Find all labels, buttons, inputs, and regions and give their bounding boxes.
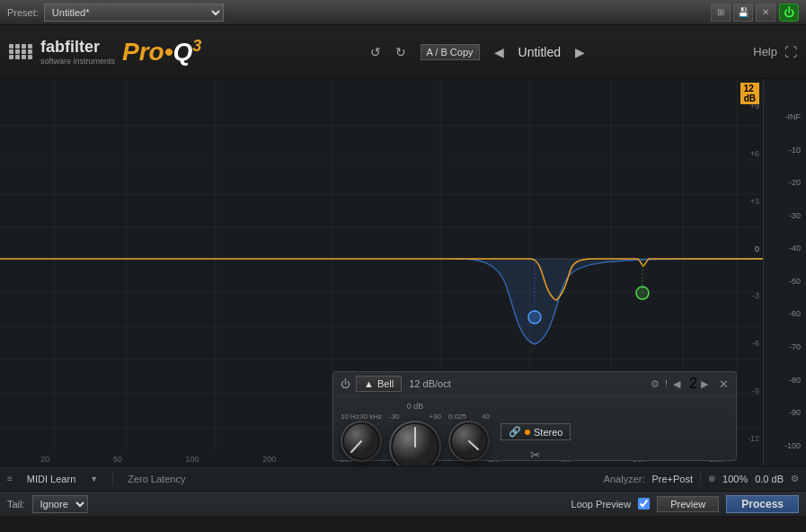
band-alert-icon: ! [665,378,668,389]
loop-preview-checkbox[interactable] [638,498,650,510]
brand-name: fabfilter [40,38,115,57]
brand-pro: Pro•Q3 [122,37,201,66]
help-button[interactable]: Help [753,45,777,58]
q-knob[interactable] [448,421,490,462]
db-label-m9: -9 [752,386,759,395]
save-copy-button[interactable]: ⊞ [711,4,731,22]
db-m10: -10 [766,146,804,155]
zero-latency-label: Zero Latency [128,474,185,484]
freq-range: 10 Hz 30 kHz [341,412,382,421]
band-type-icon: ▲ [364,378,374,389]
band-popup-top: ⏻ ▲ Bell 12 dB/oct ⚙ ! ◀ 2 ▶ ✕ [333,372,736,396]
logo-area: fabfilter software instruments Pro•Q3 [9,37,201,66]
db-label-p3: +3 [750,197,759,206]
gain-knob-area: 0 dB -30 +30 [389,402,441,466]
freq-label: FREQ [350,464,372,466]
zoom-icon[interactable]: ⊕ [708,474,715,483]
scissors-icon[interactable]: ✂ [500,448,571,462]
db-m60: -60 [766,309,804,318]
db-label-m3: -3 [752,291,759,300]
freq-knob[interactable] [341,421,382,462]
brand-sub: software instruments [40,57,115,66]
header-center: ↺ ↻ A / B Copy ◀ Untitled ▶ [201,44,753,60]
freq-50: 50 [113,455,122,464]
db-m30: -30 [766,211,804,220]
svg-point-21 [528,311,541,324]
undo-button[interactable]: ↺ [370,45,381,59]
db-inf: -INF [766,112,804,121]
settings-icon[interactable]: ≡ [7,474,13,483]
close-band-popup-button[interactable]: ✕ [719,377,729,391]
db-label-p6: +6 [750,149,759,158]
top-bar: Preset: Untitled* ⊞ 💾 ✕ ⏻ [0,0,806,25]
next-band-button[interactable]: ▶ [701,378,708,390]
db-m40: -40 [766,244,804,253]
band-number: 2 [689,376,697,392]
analyzer-label: Analyzer: [604,474,645,484]
link-icon: 🔗 [509,426,521,438]
midi-learn-arrow[interactable]: ▼ [90,474,98,483]
header-right: Help ⛶ [753,45,797,59]
eq-area[interactable]: +9 +6 +3 0 -3 -6 -9 -12 12 dB -INF -10 -… [0,79,806,466]
right-db-scale: +9 +6 +3 0 -3 -6 -9 -12 [748,79,759,466]
status-bar: ≡ MIDI Learn ▼ Zero Latency Analyzer: Pr… [0,466,806,491]
separator2 [700,472,701,486]
freq-100: 100 [186,455,199,464]
q-label: Q [465,464,472,466]
db-label-0: 0 [755,244,759,253]
fullscreen-button[interactable]: ⛶ [784,45,797,59]
ab-button[interactable]: A / B Copy [421,44,480,60]
midi-learn-button[interactable]: MIDI Learn [27,474,75,484]
band-power-button[interactable]: ⏻ [341,378,350,389]
bottom-bar: Tail: Ignore Loop Preview Preview Proces… [0,491,806,516]
band-type-button[interactable]: ▲ Bell [356,376,402,392]
gain-knob[interactable] [389,421,441,466]
output-gain-value: 0.0 dB [755,474,784,484]
freq-20: 20 [40,455,49,464]
preview-button[interactable]: Preview [657,496,719,512]
save-button[interactable]: 💾 [733,4,753,22]
band-order-label: 12 dB/oct [409,378,450,389]
band-popup-bottom: 10 Hz 30 kHz [333,396,736,466]
db-m70: -70 [766,342,804,351]
power-button[interactable]: ⏻ [779,4,799,22]
freq-knob-area: 10 Hz 30 kHz [341,412,382,466]
process-button[interactable]: Process [726,495,799,513]
preset-select[interactable]: Untitled* [44,4,224,22]
analyzer-value[interactable]: Pre+Post [651,474,693,484]
status-settings-icon[interactable]: ⚙ [791,474,799,483]
close-button[interactable]: ✕ [756,4,775,22]
db-0-label: 0 dB [407,402,424,411]
tail-select[interactable]: Ignore [32,495,88,513]
preset-label: Preset: [7,7,39,18]
db-scale: 12 dB -INF -10 -20 -30 -40 -50 -60 -70 -… [763,79,806,466]
band-popup: ⏻ ▲ Bell 12 dB/oct ⚙ ! ◀ 2 ▶ ✕ 10 H [332,371,737,461]
popup-right: ⚙ ! ◀ 2 ▶ ✕ [651,376,729,392]
db-m50: -50 [766,277,804,286]
next-preset-button[interactable]: ▶ [575,45,585,59]
redo-button[interactable]: ↻ [395,45,406,59]
q-range: 0.025 40 [448,412,490,421]
db-m100: -100 [766,441,804,450]
db-label-m12: -12 [748,434,759,443]
freq-200: 200 [262,455,276,464]
band-num-area: ◀ 2 ▶ [673,376,713,392]
status-right: Analyzer: Pre+Post ⊕ 100% 0.0 dB ⚙ [604,472,799,486]
stereo-dot [525,430,530,435]
db-top-label: 12 dB [740,83,759,104]
stereo-scissors-area: 🔗 Stereo ✂ [500,423,571,462]
gain-range: -30 +30 [389,412,441,421]
prev-preset-button[interactable]: ◀ [494,45,504,59]
db-m80: -80 [766,376,804,385]
preset-name: Untitled [518,45,561,59]
zoom-value: 100% [722,474,748,484]
svg-point-22 [636,287,649,299]
band-settings-icon[interactable]: ⚙ [651,378,660,390]
header: fabfilter software instruments Pro•Q3 ↺ … [0,25,806,79]
band-type-label: Bell [377,378,394,389]
db-label-m6: -6 [752,339,759,348]
stereo-button[interactable]: 🔗 Stereo [500,423,571,440]
prev-band-button[interactable]: ◀ [673,378,680,390]
separator [112,472,113,486]
loop-preview-label: Loop Preview [571,499,632,510]
